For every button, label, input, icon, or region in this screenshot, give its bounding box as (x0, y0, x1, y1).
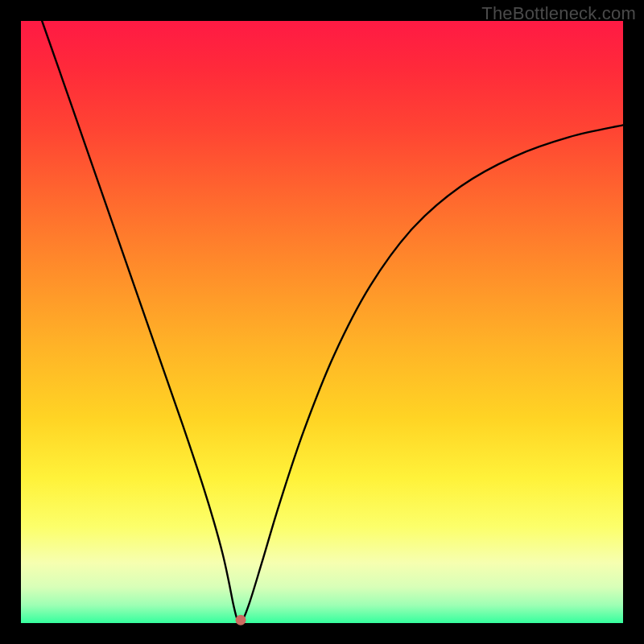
plot-area (21, 21, 623, 623)
watermark-text: TheBottleneck.com (481, 3, 636, 24)
curve-layer (21, 21, 623, 623)
min-marker (236, 615, 246, 625)
chart-frame: TheBottleneck.com (0, 0, 644, 644)
bottleneck-curve (42, 21, 623, 622)
